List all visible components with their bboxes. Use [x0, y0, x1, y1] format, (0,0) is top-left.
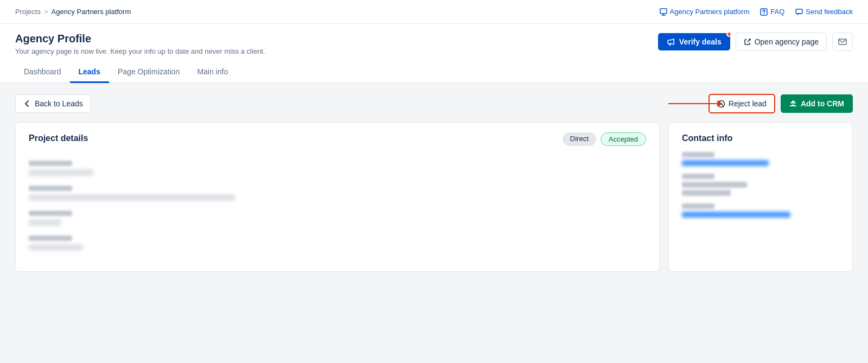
- content-area: Back to Leads Reject lead Add to CRM Pro…: [0, 83, 868, 337]
- monitor-icon: [660, 8, 667, 16]
- field-value-2: [29, 194, 235, 201]
- breadcrumb-root[interactable]: Projects: [15, 8, 41, 16]
- contact-value-1: [682, 160, 769, 166]
- contact-value-3: [682, 212, 790, 218]
- header-top: Agency Profile Your agency page is now l…: [15, 33, 853, 55]
- breadcrumb: Projects > Agency Partners platform: [15, 8, 131, 16]
- action-bar: Back to Leads Reject lead Add to CRM: [15, 94, 853, 113]
- badge-direct: Direct: [563, 132, 596, 146]
- faq-icon: [760, 8, 768, 16]
- feedback-link[interactable]: Send feedback: [795, 8, 853, 16]
- header-title-area: Agency Profile Your agency page is now l…: [15, 33, 265, 55]
- contact-label-3: [682, 203, 714, 209]
- contact-group-3: [682, 203, 839, 218]
- faq-link[interactable]: FAQ: [760, 8, 784, 16]
- upload-icon: [789, 100, 797, 107]
- platform-link[interactable]: Agency Partners platform: [660, 8, 750, 16]
- field-group-2: [29, 186, 646, 201]
- breadcrumb-separator: >: [44, 8, 48, 16]
- megaphone-icon: [667, 37, 675, 46]
- contact-value-2a: [682, 182, 747, 188]
- header-actions: Verify deals Open agency page: [658, 33, 853, 51]
- contact-group-1: [682, 152, 839, 166]
- field-label-3: [29, 211, 72, 216]
- top-bar: Projects > Agency Partners platform Agen…: [0, 0, 868, 24]
- contact-info-title: Contact info: [682, 133, 839, 143]
- tab-page-optimization[interactable]: Page Optimization: [109, 62, 188, 83]
- project-details-title: Project details: [29, 133, 88, 143]
- tab-dashboard[interactable]: Dashboard: [15, 62, 70, 83]
- tabs: Dashboard Leads Page Optimization Main i…: [15, 62, 853, 82]
- add-to-crm-button[interactable]: Add to CRM: [781, 94, 853, 113]
- main-grid: Project details Direct Accepted: [15, 122, 853, 272]
- arrow-left-icon: [23, 100, 31, 107]
- badges-row: Direct Accepted: [563, 132, 646, 146]
- contact-value-2b: [682, 190, 731, 196]
- header-section: Agency Profile Your agency page is now l…: [0, 24, 868, 83]
- contact-group-2: [682, 174, 839, 196]
- verify-deals-button[interactable]: Verify deals: [658, 33, 730, 50]
- message-icon: [795, 8, 803, 16]
- open-agency-button[interactable]: Open agency page: [736, 33, 827, 51]
- svg-rect-3: [796, 9, 802, 14]
- mail-button[interactable]: [832, 33, 853, 51]
- field-group-4: [29, 235, 646, 251]
- breadcrumb-current: Agency Partners platform: [52, 8, 131, 16]
- svg-rect-0: [660, 9, 667, 14]
- contact-label-1: [682, 152, 714, 157]
- notification-dot: [726, 31, 732, 37]
- field-value-3: [29, 219, 61, 226]
- badge-accepted: Accepted: [601, 132, 646, 146]
- action-bar-right: Reject lead Add to CRM: [709, 94, 853, 113]
- field-label-2: [29, 186, 72, 191]
- top-bar-links: Agency Partners platform FAQ Send feedba…: [660, 8, 853, 16]
- field-label-1: [29, 161, 72, 166]
- field-label-4: [29, 235, 72, 241]
- page-title: Agency Profile: [15, 33, 265, 45]
- field-group-3: [29, 211, 646, 226]
- page-subtitle: Your agency page is now live. Keep your …: [15, 47, 265, 55]
- svg-point-2: [764, 13, 764, 14]
- ban-icon: [717, 100, 725, 108]
- reject-lead-button[interactable]: Reject lead: [709, 94, 775, 113]
- contact-info-card: Contact info: [668, 122, 853, 272]
- field-value-4: [29, 244, 83, 251]
- project-details-card: Project details Direct Accepted: [15, 122, 660, 272]
- field-value-1: [29, 169, 94, 176]
- field-group-1: [29, 161, 646, 176]
- tab-leads[interactable]: Leads: [70, 62, 109, 83]
- contact-label-2: [682, 174, 714, 179]
- mail-icon: [838, 37, 847, 46]
- back-to-leads-button[interactable]: Back to Leads: [15, 94, 91, 113]
- external-link-icon: [744, 38, 751, 46]
- tab-main-info[interactable]: Main info: [188, 62, 237, 83]
